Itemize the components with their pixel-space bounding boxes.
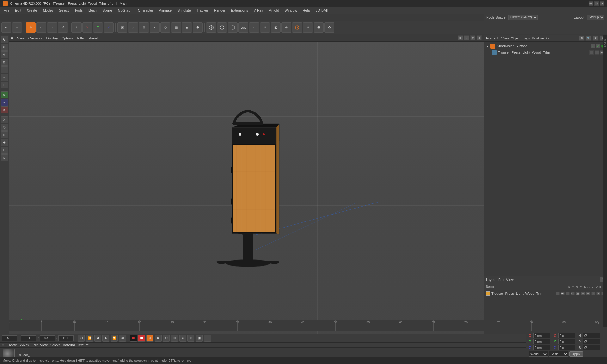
scale-tool-button[interactable]: □ xyxy=(36,22,46,33)
camera-btn[interactable]: ◉ xyxy=(182,22,192,33)
tool-s1[interactable]: S xyxy=(1,91,8,98)
pb-fps[interactable]: ▣ xyxy=(196,335,203,342)
pb-play-back[interactable]: ◀ xyxy=(94,335,101,342)
pb-key-sel[interactable]: ⊞ xyxy=(171,335,178,342)
layer-icon-4[interactable] xyxy=(571,292,575,295)
viewport-menu-icon[interactable]: ≡ xyxy=(11,36,13,41)
coord-z-pos[interactable] xyxy=(533,345,550,350)
pb-prev-frame[interactable]: ⏪ xyxy=(86,335,93,342)
tool-brush[interactable]: ⬡ xyxy=(1,124,8,131)
render-region-btn[interactable]: ▣ xyxy=(117,22,127,33)
tool-points[interactable]: · xyxy=(1,66,8,73)
sphere-btn[interactable] xyxy=(217,22,227,33)
y-btn[interactable]: Y xyxy=(93,22,103,33)
layer-icon-1[interactable]: · xyxy=(556,292,560,295)
om-item-subdivision[interactable]: ▸ Subdivision Surface ✓ ✓ xyxy=(485,43,606,49)
layer-icon-6[interactable]: ▷ xyxy=(581,292,585,295)
om-menu-tags[interactable]: Tags xyxy=(523,36,530,40)
om-menu-edit[interactable]: Edit xyxy=(494,36,500,40)
coord-z-rot[interactable] xyxy=(558,345,575,350)
render-view-btn[interactable]: ▷ xyxy=(128,22,138,33)
menu-window[interactable]: Window xyxy=(282,8,299,13)
layers-menu-view[interactable]: View xyxy=(506,278,514,282)
render-btn[interactable]: ⊞ xyxy=(139,22,149,33)
layout-select[interactable]: Startup xyxy=(587,15,604,20)
om-menu-object[interactable]: Object xyxy=(511,36,521,40)
viewport[interactable]: ≡ View Cameras Display Options Filter Pa… xyxy=(9,35,484,339)
redo-button[interactable]: ↪ xyxy=(12,22,22,33)
coord-b-val[interactable] xyxy=(583,345,600,350)
viewport-menu-cameras[interactable]: Cameras xyxy=(28,36,43,40)
menu-extensions[interactable]: Extensions xyxy=(229,8,251,13)
menu-spline[interactable]: Spline xyxy=(100,8,115,13)
spline-btn[interactable]: ∿ xyxy=(249,22,259,33)
pb-record[interactable] xyxy=(130,335,137,342)
undo-button[interactable]: ↩ xyxy=(1,22,11,33)
menu-tools[interactable]: Tools xyxy=(72,8,85,13)
menu-vray[interactable]: V-Ray xyxy=(251,8,266,13)
menu-edit[interactable]: Edit xyxy=(13,8,24,13)
mat-menu-icon[interactable]: ≡ xyxy=(2,343,4,347)
tool-s2[interactable]: S xyxy=(1,99,8,106)
om-filter-icon[interactable]: ▼ xyxy=(593,36,598,41)
tool-polys[interactable]: □ xyxy=(1,82,8,88)
menu-tracker[interactable]: Tracker xyxy=(194,8,211,13)
layer-icon-9[interactable]: D xyxy=(596,292,600,295)
viewport-menu-panel[interactable]: Panel xyxy=(89,36,98,40)
move-tool-button[interactable]: ⊕ xyxy=(26,22,36,33)
coord-y-rot[interactable] xyxy=(558,339,575,344)
boole-btn[interactable]: ⬕ xyxy=(271,22,281,33)
layers-menu-edit[interactable]: Edit xyxy=(498,278,504,282)
viewport-icon-1[interactable]: ⊞ xyxy=(458,35,463,40)
pb-autokey[interactable] xyxy=(138,335,145,342)
menu-mesh[interactable]: Mesh xyxy=(86,8,99,13)
coord-scale-select[interactable]: Scale Size xyxy=(549,351,568,357)
tool-scale[interactable]: ⊡ xyxy=(1,59,8,66)
mat-menu-material[interactable]: Material xyxy=(62,343,75,347)
om-menu-bookmarks[interactable]: Bookmarks xyxy=(532,36,549,40)
mat-menu-create[interactable]: Create xyxy=(7,343,17,347)
tool-paint[interactable]: ⬢ xyxy=(1,139,8,146)
om-render-icon-2[interactable] xyxy=(595,50,599,55)
extrude-btn[interactable]: ⊗ xyxy=(260,22,270,33)
coord-x-pos[interactable] xyxy=(533,333,550,338)
z-btn[interactable]: Z xyxy=(104,22,114,33)
om-settings-icon[interactable]: ⚙ xyxy=(579,36,584,41)
tool-sculpt[interactable]: ⊡ xyxy=(1,147,8,154)
grid-btn[interactable]: ⬣ xyxy=(314,22,324,33)
viewport-icon-4[interactable]: ⊕ xyxy=(477,35,482,40)
rotate-tool-button[interactable]: ○ xyxy=(47,22,57,33)
menu-arnold[interactable]: Arnold xyxy=(267,8,282,13)
timeline-playhead[interactable] xyxy=(9,320,9,331)
tool-s3[interactable]: S xyxy=(1,106,8,113)
menu-render[interactable]: Render xyxy=(212,8,228,13)
pb-onion[interactable]: ⊛ xyxy=(187,335,194,342)
menu-create[interactable]: Create xyxy=(24,8,40,13)
menu-file[interactable]: File xyxy=(1,8,12,13)
pb-motion-path[interactable]: ⊕ xyxy=(146,335,153,342)
coord-p-val[interactable] xyxy=(583,339,600,344)
apply-button[interactable]: Apply xyxy=(569,351,583,357)
timeline-ruler[interactable]: 0 5 10 15 20 25 30 35 40 45 50 55 60 65 … xyxy=(9,320,603,331)
tool-move[interactable]: ⊕ xyxy=(1,44,8,51)
minimize-button[interactable]: — xyxy=(589,1,593,6)
layer-icon-7[interactable]: ⊕ xyxy=(586,292,590,295)
om-menu-file[interactable]: File xyxy=(486,36,492,40)
om-render-icon[interactable]: ✓ xyxy=(596,44,600,48)
layer-icon-3[interactable]: R xyxy=(566,292,570,295)
om-visibility-icon[interactable]: ✓ xyxy=(591,44,595,48)
current-frame-input[interactable] xyxy=(2,335,17,341)
viewport-menu-view[interactable]: View xyxy=(17,36,25,40)
viewport-menu-display[interactable]: Display xyxy=(46,36,58,40)
settings-btn[interactable]: ⚙ xyxy=(324,22,334,33)
tool-magnet[interactable]: ⊞ xyxy=(1,131,8,138)
menu-simulate[interactable]: Simulate xyxy=(175,8,193,13)
tool-rotate[interactable]: ↺ xyxy=(1,51,8,58)
mat-menu-vray[interactable]: V-Ray xyxy=(20,343,29,347)
pb-del-key[interactable]: ⊝ xyxy=(163,335,170,342)
mat-menu-select[interactable]: Select xyxy=(50,343,60,347)
mat-menu-edit[interactable]: Edit xyxy=(32,343,38,347)
skybox-btn[interactable] xyxy=(292,22,302,33)
pb-go-start[interactable]: ⏮ xyxy=(78,335,85,342)
add-button[interactable]: + xyxy=(71,22,82,33)
